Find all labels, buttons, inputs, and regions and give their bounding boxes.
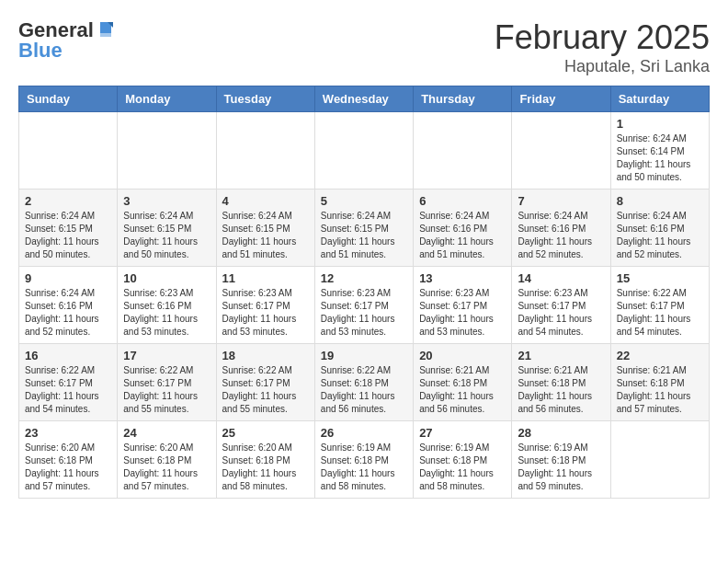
- calendar-cell: [314, 112, 413, 190]
- day-number: 23: [25, 426, 111, 440]
- day-number: 14: [518, 271, 604, 285]
- day-number: 26: [321, 426, 407, 440]
- calendar-cell: [512, 112, 610, 190]
- day-info: Sunrise: 6:22 AMSunset: 6:17 PMDaylight:…: [123, 364, 210, 416]
- calendar-cell: 25Sunrise: 6:20 AMSunset: 6:18 PMDayligh…: [216, 421, 314, 499]
- calendar-cell: 6Sunrise: 6:24 AMSunset: 6:16 PMDaylight…: [414, 190, 512, 267]
- day-number: 11: [222, 271, 309, 285]
- day-number: 18: [222, 349, 309, 362]
- column-header-sunday: Sunday: [19, 86, 118, 112]
- day-info: Sunrise: 6:23 AMSunset: 6:17 PMDaylight:…: [321, 287, 407, 339]
- day-info: Sunrise: 6:23 AMSunset: 6:17 PMDaylight:…: [222, 287, 309, 339]
- calendar-cell: 19Sunrise: 6:22 AMSunset: 6:18 PMDayligh…: [314, 344, 413, 421]
- logo-icon: [95, 20, 113, 39]
- calendar-week-row: 9Sunrise: 6:24 AMSunset: 6:16 PMDaylight…: [19, 267, 710, 344]
- day-number: 16: [25, 349, 111, 362]
- column-header-monday: Monday: [118, 86, 216, 112]
- calendar-cell: 4Sunrise: 6:24 AMSunset: 6:15 PMDaylight…: [216, 190, 314, 267]
- calendar-cell: [610, 421, 709, 499]
- day-info: Sunrise: 6:24 AMSunset: 6:16 PMDaylight:…: [617, 210, 703, 261]
- day-info: Sunrise: 6:22 AMSunset: 6:17 PMDaylight:…: [222, 364, 309, 416]
- day-info: Sunrise: 6:23 AMSunset: 6:16 PMDaylight:…: [123, 287, 210, 339]
- day-info: Sunrise: 6:24 AMSunset: 6:16 PMDaylight:…: [518, 210, 604, 261]
- calendar-cell: 14Sunrise: 6:23 AMSunset: 6:17 PMDayligh…: [512, 267, 610, 344]
- calendar-cell: 24Sunrise: 6:20 AMSunset: 6:18 PMDayligh…: [118, 421, 216, 499]
- day-info: Sunrise: 6:23 AMSunset: 6:17 PMDaylight:…: [518, 287, 604, 339]
- day-info: Sunrise: 6:20 AMSunset: 6:18 PMDaylight:…: [222, 442, 309, 493]
- calendar-cell: 13Sunrise: 6:23 AMSunset: 6:17 PMDayligh…: [414, 267, 512, 344]
- day-number: 3: [123, 194, 210, 208]
- calendar-cell: 1Sunrise: 6:24 AMSunset: 6:14 PMDaylight…: [610, 112, 709, 190]
- calendar-cell: 5Sunrise: 6:24 AMSunset: 6:15 PMDaylight…: [314, 190, 413, 267]
- calendar-cell: 12Sunrise: 6:23 AMSunset: 6:17 PMDayligh…: [314, 267, 413, 344]
- day-info: Sunrise: 6:19 AMSunset: 6:18 PMDaylight:…: [321, 442, 407, 493]
- calendar-cell: [216, 112, 314, 190]
- svg-marker-1: [100, 33, 111, 37]
- day-info: Sunrise: 6:24 AMSunset: 6:15 PMDaylight:…: [321, 210, 407, 261]
- column-header-saturday: Saturday: [610, 86, 709, 112]
- day-number: 12: [321, 271, 407, 285]
- logo-blue-text: Blue: [18, 39, 63, 63]
- calendar-cell: 21Sunrise: 6:21 AMSunset: 6:18 PMDayligh…: [512, 344, 610, 421]
- calendar-cell: 3Sunrise: 6:24 AMSunset: 6:15 PMDaylight…: [118, 190, 216, 267]
- day-info: Sunrise: 6:21 AMSunset: 6:18 PMDaylight:…: [518, 364, 604, 416]
- day-number: 7: [518, 194, 604, 208]
- title-area: February 2025 Haputale, Sri Lanka: [495, 18, 710, 76]
- column-header-tuesday: Tuesday: [216, 86, 314, 112]
- header: General Blue February 2025 Haputale, Sri…: [18, 18, 710, 76]
- calendar-cell: 7Sunrise: 6:24 AMSunset: 6:16 PMDaylight…: [512, 190, 610, 267]
- calendar-cell: 27Sunrise: 6:19 AMSunset: 6:18 PMDayligh…: [414, 421, 512, 499]
- column-header-wednesday: Wednesday: [314, 86, 413, 112]
- day-number: 10: [123, 271, 210, 285]
- day-number: 22: [617, 349, 703, 362]
- location-title: Haputale, Sri Lanka: [495, 57, 710, 76]
- day-info: Sunrise: 6:24 AMSunset: 6:16 PMDaylight:…: [25, 287, 111, 339]
- calendar-week-row: 23Sunrise: 6:20 AMSunset: 6:18 PMDayligh…: [19, 421, 710, 499]
- calendar-cell: [118, 112, 216, 190]
- day-number: 17: [123, 349, 210, 362]
- day-number: 8: [617, 194, 703, 208]
- calendar-cell: 17Sunrise: 6:22 AMSunset: 6:17 PMDayligh…: [118, 344, 216, 421]
- day-number: 27: [419, 426, 506, 440]
- calendar-cell: 9Sunrise: 6:24 AMSunset: 6:16 PMDaylight…: [19, 267, 118, 344]
- calendar-cell: 2Sunrise: 6:24 AMSunset: 6:15 PMDaylight…: [19, 190, 118, 267]
- calendar-cell: 18Sunrise: 6:22 AMSunset: 6:17 PMDayligh…: [216, 344, 314, 421]
- calendar-cell: 10Sunrise: 6:23 AMSunset: 6:16 PMDayligh…: [118, 267, 216, 344]
- calendar: SundayMondayTuesdayWednesdayThursdayFrid…: [18, 86, 710, 499]
- calendar-week-row: 2Sunrise: 6:24 AMSunset: 6:15 PMDaylight…: [19, 190, 710, 267]
- day-number: 9: [25, 271, 111, 285]
- calendar-cell: [19, 112, 118, 190]
- calendar-cell: 16Sunrise: 6:22 AMSunset: 6:17 PMDayligh…: [19, 344, 118, 421]
- day-info: Sunrise: 6:24 AMSunset: 6:15 PMDaylight:…: [25, 210, 111, 261]
- calendar-cell: 15Sunrise: 6:22 AMSunset: 6:17 PMDayligh…: [610, 267, 709, 344]
- day-number: 28: [518, 426, 604, 440]
- column-header-thursday: Thursday: [414, 86, 512, 112]
- day-number: 6: [419, 194, 506, 208]
- calendar-cell: 20Sunrise: 6:21 AMSunset: 6:18 PMDayligh…: [414, 344, 512, 421]
- day-info: Sunrise: 6:24 AMSunset: 6:16 PMDaylight:…: [419, 210, 506, 261]
- calendar-week-row: 16Sunrise: 6:22 AMSunset: 6:17 PMDayligh…: [19, 344, 710, 421]
- calendar-header-row: SundayMondayTuesdayWednesdayThursdayFrid…: [19, 86, 710, 112]
- day-info: Sunrise: 6:22 AMSunset: 6:17 PMDaylight:…: [617, 287, 703, 339]
- day-info: Sunrise: 6:22 AMSunset: 6:17 PMDaylight:…: [25, 364, 111, 416]
- column-header-friday: Friday: [512, 86, 610, 112]
- day-number: 1: [617, 117, 703, 131]
- day-number: 13: [419, 271, 506, 285]
- day-number: 4: [222, 194, 309, 208]
- day-info: Sunrise: 6:23 AMSunset: 6:17 PMDaylight:…: [419, 287, 506, 339]
- day-number: 20: [419, 349, 506, 362]
- calendar-week-row: 1Sunrise: 6:24 AMSunset: 6:14 PMDaylight…: [19, 112, 710, 190]
- calendar-cell: 26Sunrise: 6:19 AMSunset: 6:18 PMDayligh…: [314, 421, 413, 499]
- day-info: Sunrise: 6:24 AMSunset: 6:14 PMDaylight:…: [617, 132, 703, 184]
- logo: General Blue: [18, 18, 113, 63]
- calendar-cell: [414, 112, 512, 190]
- day-number: 15: [617, 271, 703, 285]
- day-number: 21: [518, 349, 604, 362]
- month-title: February 2025: [495, 18, 710, 57]
- day-number: 24: [123, 426, 210, 440]
- day-number: 2: [25, 194, 111, 208]
- day-number: 5: [321, 194, 407, 208]
- day-info: Sunrise: 6:24 AMSunset: 6:15 PMDaylight:…: [123, 210, 210, 261]
- calendar-cell: 28Sunrise: 6:19 AMSunset: 6:18 PMDayligh…: [512, 421, 610, 499]
- day-info: Sunrise: 6:22 AMSunset: 6:18 PMDaylight:…: [321, 364, 407, 416]
